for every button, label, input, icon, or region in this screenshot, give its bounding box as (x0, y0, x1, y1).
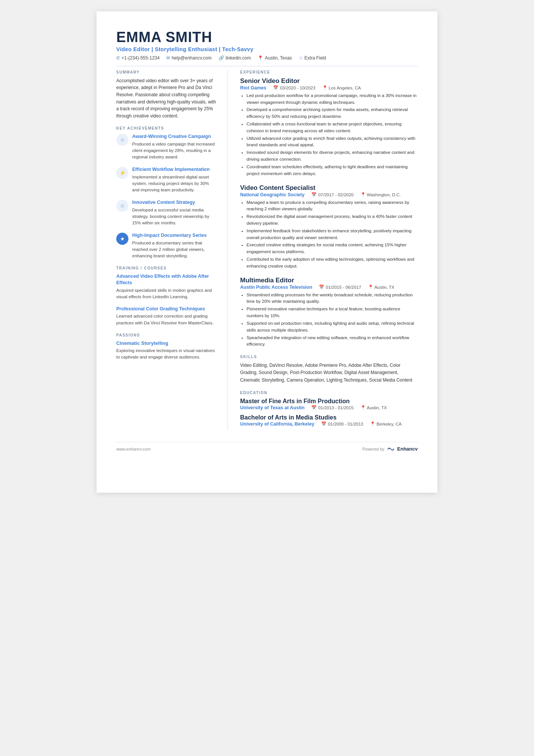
calendar-icon: 📅 (321, 421, 326, 426)
bullet: Pioneered innovative narrative technique… (247, 306, 418, 319)
job-meta-1: Riot Games 📅 03/2020 - 10/2023 📍 Los Ang… (240, 85, 418, 91)
resume-page: EMMA SMITH Video Editor | Storytelling E… (97, 11, 437, 493)
training-label: TRAINING / COURSES (116, 266, 217, 270)
achievement-icon-4: ★ (120, 236, 125, 242)
two-col-layout: SUMMARY Accomplished video editor with o… (116, 70, 418, 430)
training-item-1: Advanced Video Effects with Adobe After … (116, 273, 217, 300)
bullet: Implemented feedback from stakeholders t… (247, 228, 418, 241)
bullet: Managed a team to produce a compelling d… (247, 199, 418, 213)
phone-icon: ✆ (116, 55, 120, 61)
achievement-desc-2: Implemented a streamlined digital asset … (132, 174, 217, 194)
bullet: Innovated sound design elements for dive… (247, 149, 418, 163)
job-title-2: Video Content Specialist (240, 184, 418, 192)
achievement-desc-1: Produced a video campaign that increased… (132, 141, 217, 161)
achievements-label: KEY ACHIEVEMENTS (116, 126, 217, 130)
achievement-icon-wrap-4: ★ (116, 233, 128, 245)
job-location-1: 📍 Los Angeles, CA (322, 85, 361, 90)
bullet: Utilized advanced color grading to enric… (247, 135, 418, 149)
edu-degree-2: Bachelor of Arts in Media Studies (240, 414, 418, 421)
edu-location-1: 📍 Austin, TX (361, 405, 387, 410)
achievement-item: ★ High-Impact Documentary Series Produce… (116, 232, 217, 259)
location-icon: 📍 (258, 55, 263, 61)
contact-extra: ☆ Extra Field (299, 55, 326, 61)
achievement-title-1: Award-Winning Creative Campaign (132, 133, 217, 139)
candidate-name: EMMA SMITH (116, 30, 418, 45)
passion-desc-1: Exploring innovative techniques in visua… (116, 347, 217, 361)
job-title-3: Multimedia Editor (240, 277, 418, 284)
header-divider (116, 66, 418, 66)
training-item-2: Professional Color Grading Techniques Le… (116, 306, 217, 326)
calendar-icon: 📅 (311, 192, 317, 197)
bullet: Executed creative editing strategies for… (247, 242, 418, 255)
calendar-icon: 📅 (311, 405, 317, 410)
job-dates-2: 📅 07/2017 - 02/2020 (311, 192, 353, 197)
pin-icon: 📍 (361, 192, 366, 197)
job-dates-3: 📅 01/2015 - 06/2017 (319, 285, 361, 290)
edu-meta-2: University of California, Berkeley 📅 01/… (240, 421, 418, 427)
skills-label: SKILLS (240, 355, 418, 359)
bullet: Revolutionized the digital asset managem… (247, 213, 418, 227)
contact-linkedin: 🔗 linkedin.com (219, 55, 251, 61)
achievement-item: ☆ Innovative Content Strategy Developed … (116, 199, 217, 226)
achievement-item: ☆ Award-Winning Creative Campaign Produc… (116, 133, 217, 160)
resume-footer: www.enhancv.com Powered by Enhancv (116, 442, 418, 452)
training-desc-2: Learned advanced color correction and gr… (116, 313, 217, 326)
achievement-icon-wrap-3: ☆ (116, 200, 128, 212)
job-company-2: National Geographic Society (240, 192, 304, 197)
job-company-1: Riot Games (240, 85, 266, 91)
summary-label: SUMMARY (116, 70, 217, 74)
achievement-desc-4: Produced a documentary series that reach… (132, 240, 217, 260)
achievement-icon-2: ⚡ (119, 170, 126, 176)
job-bullets-2: Managed a team to produce a compelling d… (240, 199, 418, 270)
education-label: EDUCATION (240, 391, 418, 395)
job-meta-3: Austin Public Access Television 📅 01/201… (240, 285, 418, 290)
contact-phone: ✆ +1-(234)-555-1234 (116, 55, 159, 61)
job-block-1: Senior Video Editor Riot Games 📅 03/2020… (240, 77, 418, 177)
bullet: Spearheaded the integration of new editi… (247, 335, 418, 348)
passions-label: PASSIONS (116, 333, 217, 337)
achievement-icon-1: ☆ (120, 137, 125, 143)
job-company-3: Austin Public Access Television (240, 285, 312, 290)
achievement-title-2: Efficient Workflow Implementation (132, 166, 217, 172)
bullet: Streamlined editing processes for the we… (247, 292, 418, 305)
passion-title-1: Cinematic Storytelling (116, 340, 217, 346)
training-title-2: Professional Color Grading Techniques (116, 306, 217, 312)
edu-school-1: University of Texas at Austin (240, 405, 304, 410)
edu-block-1: Master of Fine Arts in Film Production U… (240, 398, 418, 410)
pin-icon: 📍 (361, 405, 366, 410)
job-location-2: 📍 Washington, D.C. (361, 192, 401, 197)
achievement-icon-wrap-2: ⚡ (116, 167, 128, 179)
email-icon: ✉ (166, 55, 170, 61)
edu-degree-1: Master of Fine Arts in Film Production (240, 398, 418, 405)
pin-icon: 📍 (322, 85, 328, 90)
footer-brand: Enhancv (397, 446, 418, 452)
bullet: Led post-production workflow for a promo… (247, 92, 418, 106)
edu-location-2: 📍 Berkeley, CA (370, 421, 401, 426)
calendar-icon: 📅 (319, 285, 324, 290)
job-block-3: Multimedia Editor Austin Public Access T… (240, 277, 418, 348)
job-dates-1: 📅 03/2020 - 10/2023 (273, 85, 315, 90)
achievement-item: ⚡ Efficient Workflow Implementation Impl… (116, 166, 217, 193)
training-title-1: Advanced Video Effects with Adobe After … (116, 273, 217, 286)
footer-url: www.enhancv.com (116, 447, 151, 451)
pin-icon: 📍 (370, 421, 375, 426)
experience-label: EXPERIENCE (240, 70, 418, 74)
job-location-3: 📍 Austin, TX (368, 285, 395, 290)
header: EMMA SMITH Video Editor | Storytelling E… (116, 30, 418, 61)
pin-icon: 📍 (368, 285, 373, 290)
enhancv-logo (387, 446, 395, 452)
job-block-2: Video Content Specialist National Geogra… (240, 184, 418, 270)
bullet: Coordinated team schedules effectively, … (247, 164, 418, 177)
contact-email: ✉ help@enhancv.com (166, 55, 211, 61)
job-title-1: Senior Video Editor (240, 77, 418, 85)
candidate-title: Video Editor | Storytelling Enthusiast |… (116, 46, 418, 52)
summary-text: Accomplished video editor with over 3+ y… (116, 77, 217, 120)
skills-text: Video Editing, DaVinci Resolve, Adobe Pr… (240, 362, 418, 384)
edu-dates-2: 📅 01/2009 - 01/2013 (321, 421, 363, 426)
bullet: Developed a comprehensive archiving syst… (247, 106, 418, 120)
edu-meta-1: University of Texas at Austin 📅 01/2013 … (240, 405, 418, 410)
achievement-desc-3: Developed a successful social media stra… (132, 207, 217, 227)
achievement-title-4: High-Impact Documentary Series (132, 232, 217, 238)
edu-school-2: University of California, Berkeley (240, 421, 314, 427)
achievement-title-3: Innovative Content Strategy (132, 199, 217, 205)
